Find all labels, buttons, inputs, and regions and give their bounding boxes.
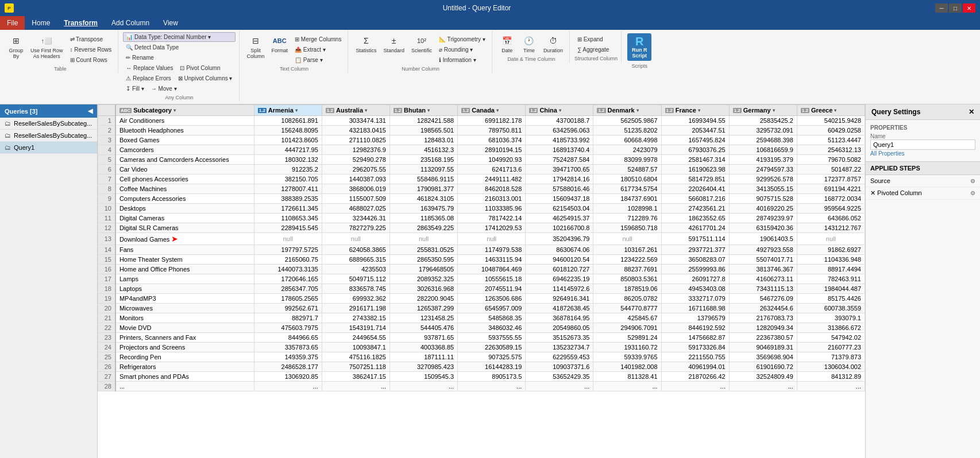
detect-data-type-btn[interactable]: 🔍 Detect Data Type xyxy=(123,42,235,52)
cell-greece: ... xyxy=(797,382,865,391)
format-btn[interactable]: ABC Format xyxy=(269,32,291,55)
maximize-btn[interactable]: □ xyxy=(949,3,962,13)
group-by-btn[interactable]: ⊞ GroupBy xyxy=(6,32,26,61)
cell-bhutan: 1282421.588 xyxy=(389,116,457,126)
transpose-btn[interactable]: ⇌ Transpose xyxy=(67,34,115,44)
cell-armenia: 2856347.705 xyxy=(254,284,322,294)
menu-home[interactable]: Home xyxy=(25,16,57,30)
use-first-row-btn[interactable]: ↑⬜ Use First RowAs Headers xyxy=(28,32,66,61)
time-btn[interactable]: 🕐 Time xyxy=(519,32,539,55)
run-r-script-btn[interactable]: R Run RScript xyxy=(627,33,652,61)
col-header-france[interactable]: 1.2 France ▾ xyxy=(661,105,729,116)
cell-greece: 540215.9428 xyxy=(797,116,865,126)
extract-btn[interactable]: 📤 Extract ▾ xyxy=(292,45,344,55)
cell-armenia: 1108653.345 xyxy=(254,214,322,223)
table-row: 23Printers, Scanners and Fax844966.65244… xyxy=(98,333,865,343)
col-header-armenia[interactable]: 1.2 Armenia ▾ xyxy=(254,105,322,116)
rounding-btn[interactable]: ⌀ Rounding ▾ xyxy=(436,45,488,55)
query-item-2[interactable]: 🗂 ResellerSalesBySubcateg... xyxy=(0,130,97,142)
cell-bhutan: 544405.476 xyxy=(389,323,457,333)
col-header-china[interactable]: 1.2 China ▾ xyxy=(526,105,593,116)
table-row: 17Lamps1720646.1655049715.1122089352.325… xyxy=(98,274,865,284)
name-input[interactable] xyxy=(870,139,975,150)
duration-btn[interactable]: ⏱ Duration xyxy=(541,32,566,55)
step-pivoted-gear[interactable]: ⚙ xyxy=(970,190,975,196)
standard-btn[interactable]: ± Standard xyxy=(380,32,407,55)
cell-france: 25599993.86 xyxy=(661,265,729,274)
step-source-gear[interactable]: ⚙ xyxy=(970,178,975,184)
col-header-australia[interactable]: 1.2 Australia ▾ xyxy=(322,105,389,116)
cell-subcategory: Computers Accessories xyxy=(115,194,254,204)
menu-view[interactable]: View xyxy=(156,16,185,30)
close-btn[interactable]: ✕ xyxy=(963,3,975,13)
statistics-btn[interactable]: Σ Statistics xyxy=(353,32,379,55)
step-source[interactable]: Source ⚙ xyxy=(866,175,980,187)
steps-list: Source ⚙ ✕ Pivoted Column ⚙ xyxy=(866,175,980,200)
cell-greece: 841312.89 xyxy=(797,372,865,382)
cell-subcategory: Download Games ➤ xyxy=(115,233,254,245)
table-row: 3Boxed Games101423.8605271110.0825128483… xyxy=(98,135,865,145)
replace-values-btn[interactable]: ↔ Replace Values xyxy=(123,63,176,73)
row-num: 4 xyxy=(98,145,115,155)
name-label: Name xyxy=(870,133,975,139)
query-item-3[interactable]: 🗂 Query1 xyxy=(0,142,97,154)
menu-add-column[interactable]: Add Column xyxy=(105,16,156,30)
date-btn[interactable]: 📅 Date xyxy=(497,32,518,55)
table-row: 13Download Games ➤nullnullnullnull352043… xyxy=(98,233,865,245)
col-header-denmark[interactable]: 1.2 Denmark ▾ xyxy=(593,105,661,116)
collapse-icon[interactable]: ◀ xyxy=(88,107,92,115)
col-header-subcategory[interactable]: ABC Subcategory ▾ xyxy=(115,105,254,116)
data-type-dropdown[interactable]: 📊 Data Type: Decimal Number ▾ xyxy=(123,32,235,42)
pivot-column-btn[interactable]: ⊡ Pivot Column xyxy=(177,63,223,73)
cell-france: 49453403.08 xyxy=(661,284,729,294)
cell-greece: 168772.0034 xyxy=(797,194,865,204)
row-num: 19 xyxy=(98,294,115,304)
row-num: 14 xyxy=(98,245,115,255)
col-header-bhutan[interactable]: 1.2 Bhutan ▾ xyxy=(389,105,457,116)
row-num: 25 xyxy=(98,352,115,362)
merge-columns-btn[interactable]: ⊞ Merge Columns xyxy=(292,34,344,44)
col-header-germany[interactable]: 1.2 Germany ▾ xyxy=(729,105,797,116)
cell-denmark: ... xyxy=(593,382,661,391)
fill-btn[interactable]: ↧ Fill ▾ xyxy=(123,84,146,94)
close-panel-btn[interactable]: ✕ xyxy=(969,108,974,116)
reverse-rows-btn[interactable]: ↕ Reverse Rows xyxy=(67,45,115,55)
cell-china: ... xyxy=(526,382,593,391)
cell-australia: 2962075.55 xyxy=(322,165,389,174)
cell-subcategory: Printers, Scanners and Fax xyxy=(115,333,254,343)
cell-france: 8446192.592 xyxy=(661,323,729,333)
cell-greece: 88917.4494 xyxy=(797,265,865,274)
cell-denmark: 850803.5361 xyxy=(593,274,661,284)
menu-transform[interactable]: Transform xyxy=(57,16,105,30)
replace-errors-btn[interactable]: ⚠ Replace Errors xyxy=(123,73,173,83)
step-pivoted-column[interactable]: ✕ Pivoted Column ⚙ xyxy=(866,187,980,200)
cell-greece: 691194.4221 xyxy=(797,184,865,194)
expand-btn[interactable]: ⊞ Expand xyxy=(574,34,618,44)
col-header-canada[interactable]: 1.2 Canada ▾ xyxy=(458,105,526,116)
aggregate-btn[interactable]: ∑ Aggregate xyxy=(574,45,618,55)
table-row: 11Digital Cameras1108653.3453234426.3111… xyxy=(98,214,865,223)
table-row: 18Laptops2856347.7058336578.7453026316.9… xyxy=(98,284,865,294)
cell-armenia: 1082661.891 xyxy=(254,116,322,126)
col-header-greece[interactable]: 1.2 Greece ▾ xyxy=(797,105,865,116)
cell-france: 5814729.851 xyxy=(661,174,729,184)
split-column-btn[interactable]: ⊟ SplitColumn xyxy=(244,32,268,61)
cell-canada: 1174979.538 xyxy=(458,245,526,255)
count-rows-btn[interactable]: ⊞ Count Rows xyxy=(67,55,115,65)
information-btn[interactable]: ℹ Information ▾ xyxy=(436,55,488,65)
parse-btn[interactable]: 📋 Parse ▾ xyxy=(292,55,344,65)
trigonometry-btn[interactable]: 📐 Trigonometry ▾ xyxy=(436,34,488,44)
cell-china: 17942814.16 xyxy=(526,174,593,184)
cell-greece: 959564.9225 xyxy=(797,204,865,214)
unpivot-columns-btn[interactable]: ⊠ Unpivot Columns ▾ xyxy=(175,73,236,83)
all-properties-link[interactable]: All Properties xyxy=(870,150,904,157)
minimize-btn[interactable]: ─ xyxy=(935,3,948,13)
query-item-1[interactable]: 🗂 ResellerSalesBySubcateg... xyxy=(0,118,97,130)
rename-btn[interactable]: ✏ Rename xyxy=(123,53,235,63)
menu-file[interactable]: File xyxy=(0,16,25,30)
cell-armenia: 2486528.177 xyxy=(254,362,322,372)
cell-greece: 1104336.948 xyxy=(797,255,865,265)
move-btn[interactable]: → Move ▾ xyxy=(148,84,180,94)
scientific-btn[interactable]: 10² Scientific xyxy=(408,32,435,55)
app-icon: P xyxy=(5,3,14,13)
